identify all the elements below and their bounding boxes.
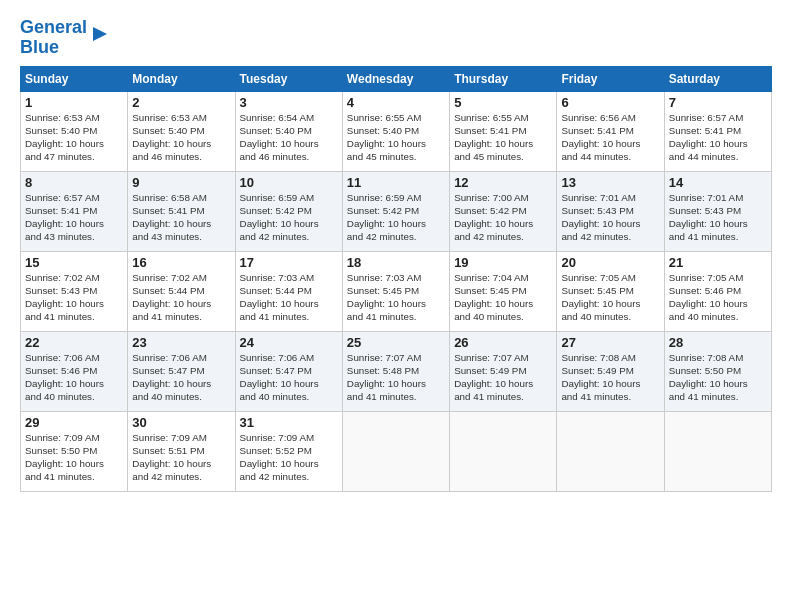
- day-info: Sunrise: 6:55 AM Sunset: 5:40 PM Dayligh…: [347, 111, 445, 164]
- day-number: 15: [25, 255, 123, 270]
- day-number: 7: [669, 95, 767, 110]
- day-number: 20: [561, 255, 659, 270]
- day-info: Sunrise: 7:09 AM Sunset: 5:51 PM Dayligh…: [132, 431, 230, 484]
- calendar-cell: [342, 411, 449, 491]
- calendar-cell: 7Sunrise: 6:57 AM Sunset: 5:41 PM Daylig…: [664, 91, 771, 171]
- calendar-cell: 14Sunrise: 7:01 AM Sunset: 5:43 PM Dayli…: [664, 171, 771, 251]
- day-number: 25: [347, 335, 445, 350]
- day-number: 22: [25, 335, 123, 350]
- day-number: 12: [454, 175, 552, 190]
- day-info: Sunrise: 7:07 AM Sunset: 5:49 PM Dayligh…: [454, 351, 552, 404]
- calendar-cell: 20Sunrise: 7:05 AM Sunset: 5:45 PM Dayli…: [557, 251, 664, 331]
- day-number: 29: [25, 415, 123, 430]
- day-number: 5: [454, 95, 552, 110]
- calendar-table: SundayMondayTuesdayWednesdayThursdayFrid…: [20, 66, 772, 492]
- day-number: 31: [240, 415, 338, 430]
- day-number: 30: [132, 415, 230, 430]
- calendar-cell: 22Sunrise: 7:06 AM Sunset: 5:46 PM Dayli…: [21, 331, 128, 411]
- weekday-header-row: SundayMondayTuesdayWednesdayThursdayFrid…: [21, 66, 772, 91]
- day-info: Sunrise: 6:56 AM Sunset: 5:41 PM Dayligh…: [561, 111, 659, 164]
- calendar-cell: 13Sunrise: 7:01 AM Sunset: 5:43 PM Dayli…: [557, 171, 664, 251]
- weekday-header-friday: Friday: [557, 66, 664, 91]
- day-number: 18: [347, 255, 445, 270]
- calendar-cell: 16Sunrise: 7:02 AM Sunset: 5:44 PM Dayli…: [128, 251, 235, 331]
- day-number: 10: [240, 175, 338, 190]
- calendar-cell: 31Sunrise: 7:09 AM Sunset: 5:52 PM Dayli…: [235, 411, 342, 491]
- header: GeneralBlue: [20, 18, 772, 58]
- weekday-header-tuesday: Tuesday: [235, 66, 342, 91]
- day-info: Sunrise: 6:59 AM Sunset: 5:42 PM Dayligh…: [347, 191, 445, 244]
- day-info: Sunrise: 7:09 AM Sunset: 5:50 PM Dayligh…: [25, 431, 123, 484]
- day-info: Sunrise: 7:08 AM Sunset: 5:50 PM Dayligh…: [669, 351, 767, 404]
- calendar-cell: 10Sunrise: 6:59 AM Sunset: 5:42 PM Dayli…: [235, 171, 342, 251]
- day-info: Sunrise: 7:06 AM Sunset: 5:47 PM Dayligh…: [240, 351, 338, 404]
- day-number: 16: [132, 255, 230, 270]
- weekday-header-sunday: Sunday: [21, 66, 128, 91]
- calendar-cell: 28Sunrise: 7:08 AM Sunset: 5:50 PM Dayli…: [664, 331, 771, 411]
- calendar-cell: 19Sunrise: 7:04 AM Sunset: 5:45 PM Dayli…: [450, 251, 557, 331]
- day-info: Sunrise: 7:02 AM Sunset: 5:44 PM Dayligh…: [132, 271, 230, 324]
- calendar-cell: 1Sunrise: 6:53 AM Sunset: 5:40 PM Daylig…: [21, 91, 128, 171]
- day-info: Sunrise: 7:03 AM Sunset: 5:44 PM Dayligh…: [240, 271, 338, 324]
- calendar-cell: 4Sunrise: 6:55 AM Sunset: 5:40 PM Daylig…: [342, 91, 449, 171]
- weekday-header-wednesday: Wednesday: [342, 66, 449, 91]
- day-number: 6: [561, 95, 659, 110]
- day-info: Sunrise: 6:54 AM Sunset: 5:40 PM Dayligh…: [240, 111, 338, 164]
- calendar-week-row: 29Sunrise: 7:09 AM Sunset: 5:50 PM Dayli…: [21, 411, 772, 491]
- day-info: Sunrise: 7:01 AM Sunset: 5:43 PM Dayligh…: [669, 191, 767, 244]
- calendar-header: SundayMondayTuesdayWednesdayThursdayFrid…: [21, 66, 772, 91]
- day-info: Sunrise: 6:57 AM Sunset: 5:41 PM Dayligh…: [669, 111, 767, 164]
- day-number: 9: [132, 175, 230, 190]
- calendar-cell: 6Sunrise: 6:56 AM Sunset: 5:41 PM Daylig…: [557, 91, 664, 171]
- day-info: Sunrise: 6:55 AM Sunset: 5:41 PM Dayligh…: [454, 111, 552, 164]
- day-info: Sunrise: 7:02 AM Sunset: 5:43 PM Dayligh…: [25, 271, 123, 324]
- logo: GeneralBlue: [20, 18, 111, 58]
- day-info: Sunrise: 7:03 AM Sunset: 5:45 PM Dayligh…: [347, 271, 445, 324]
- weekday-header-saturday: Saturday: [664, 66, 771, 91]
- calendar-body: 1Sunrise: 6:53 AM Sunset: 5:40 PM Daylig…: [21, 91, 772, 491]
- calendar-cell: 2Sunrise: 6:53 AM Sunset: 5:40 PM Daylig…: [128, 91, 235, 171]
- day-number: 3: [240, 95, 338, 110]
- calendar-cell: 21Sunrise: 7:05 AM Sunset: 5:46 PM Dayli…: [664, 251, 771, 331]
- calendar-cell: 30Sunrise: 7:09 AM Sunset: 5:51 PM Dayli…: [128, 411, 235, 491]
- day-number: 23: [132, 335, 230, 350]
- day-number: 17: [240, 255, 338, 270]
- day-number: 2: [132, 95, 230, 110]
- day-number: 28: [669, 335, 767, 350]
- calendar-cell: [664, 411, 771, 491]
- day-number: 26: [454, 335, 552, 350]
- day-number: 4: [347, 95, 445, 110]
- calendar-cell: 29Sunrise: 7:09 AM Sunset: 5:50 PM Dayli…: [21, 411, 128, 491]
- calendar-cell: 18Sunrise: 7:03 AM Sunset: 5:45 PM Dayli…: [342, 251, 449, 331]
- calendar-cell: 25Sunrise: 7:07 AM Sunset: 5:48 PM Dayli…: [342, 331, 449, 411]
- calendar-cell: 3Sunrise: 6:54 AM Sunset: 5:40 PM Daylig…: [235, 91, 342, 171]
- calendar-week-row: 8Sunrise: 6:57 AM Sunset: 5:41 PM Daylig…: [21, 171, 772, 251]
- day-number: 1: [25, 95, 123, 110]
- calendar-cell: 9Sunrise: 6:58 AM Sunset: 5:41 PM Daylig…: [128, 171, 235, 251]
- day-info: Sunrise: 6:57 AM Sunset: 5:41 PM Dayligh…: [25, 191, 123, 244]
- day-info: Sunrise: 7:00 AM Sunset: 5:42 PM Dayligh…: [454, 191, 552, 244]
- day-info: Sunrise: 6:59 AM Sunset: 5:42 PM Dayligh…: [240, 191, 338, 244]
- calendar-cell: 17Sunrise: 7:03 AM Sunset: 5:44 PM Dayli…: [235, 251, 342, 331]
- calendar-cell: 8Sunrise: 6:57 AM Sunset: 5:41 PM Daylig…: [21, 171, 128, 251]
- day-info: Sunrise: 6:53 AM Sunset: 5:40 PM Dayligh…: [132, 111, 230, 164]
- weekday-header-thursday: Thursday: [450, 66, 557, 91]
- calendar-cell: 27Sunrise: 7:08 AM Sunset: 5:49 PM Dayli…: [557, 331, 664, 411]
- day-number: 24: [240, 335, 338, 350]
- day-number: 13: [561, 175, 659, 190]
- day-number: 14: [669, 175, 767, 190]
- day-info: Sunrise: 7:08 AM Sunset: 5:49 PM Dayligh…: [561, 351, 659, 404]
- logo-text: GeneralBlue: [20, 18, 87, 58]
- calendar-cell: 26Sunrise: 7:07 AM Sunset: 5:49 PM Dayli…: [450, 331, 557, 411]
- day-number: 27: [561, 335, 659, 350]
- svg-marker-0: [93, 27, 107, 41]
- calendar-cell: 11Sunrise: 6:59 AM Sunset: 5:42 PM Dayli…: [342, 171, 449, 251]
- calendar-cell: [557, 411, 664, 491]
- day-info: Sunrise: 7:04 AM Sunset: 5:45 PM Dayligh…: [454, 271, 552, 324]
- calendar-cell: 12Sunrise: 7:00 AM Sunset: 5:42 PM Dayli…: [450, 171, 557, 251]
- day-info: Sunrise: 7:01 AM Sunset: 5:43 PM Dayligh…: [561, 191, 659, 244]
- day-info: Sunrise: 6:53 AM Sunset: 5:40 PM Dayligh…: [25, 111, 123, 164]
- calendar-cell: [450, 411, 557, 491]
- logo-icon: [89, 23, 111, 45]
- day-info: Sunrise: 7:09 AM Sunset: 5:52 PM Dayligh…: [240, 431, 338, 484]
